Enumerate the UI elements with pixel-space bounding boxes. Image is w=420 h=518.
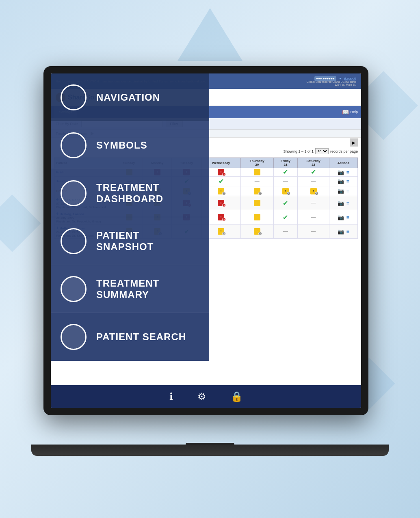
flag-cell: ! 3 bbox=[218, 214, 224, 220]
flag-cell: ! 3 bbox=[218, 200, 224, 206]
menu-item-symbols[interactable]: SYMBOLS bbox=[51, 121, 209, 169]
day-cell-thu: ! bbox=[240, 196, 273, 210]
logout-link[interactable]: (Logout) bbox=[344, 77, 356, 80]
day-cell-thu: ! bbox=[240, 168, 273, 177]
details-icon[interactable]: ≡ bbox=[346, 200, 350, 206]
clinic-address: 1234 W. Main St. bbox=[306, 83, 356, 86]
menu-label-patient-search: PATIENT SEARCH bbox=[96, 331, 186, 343]
camera-icon[interactable]: 📷 bbox=[338, 169, 344, 175]
day-cell-thu: ! 2 bbox=[240, 224, 273, 239]
camera-icon[interactable]: 📷 bbox=[338, 188, 344, 194]
menu-circle-navigation bbox=[61, 84, 87, 110]
actions-cell: 📷 ≡ bbox=[329, 168, 358, 177]
details-icon[interactable]: ≡ bbox=[346, 229, 350, 235]
help-book-icon[interactable]: 📖 Help bbox=[342, 109, 358, 115]
lock-icon[interactable]: 🔒 bbox=[231, 391, 243, 402]
details-icon[interactable]: ≡ bbox=[346, 188, 350, 194]
user-name: ●●● ●●●●●● bbox=[314, 76, 336, 81]
menu-item-navigation[interactable]: NAVIGATION bbox=[51, 73, 209, 121]
records-per-page-label: records per page bbox=[330, 149, 358, 153]
day-cell-sat: — bbox=[298, 210, 329, 224]
menu-label-navigation: NAVIGATION bbox=[96, 92, 160, 103]
menu-item-treatment-summary[interactable]: TREATMENT SUMMARY bbox=[51, 265, 209, 313]
laptop-base bbox=[31, 445, 389, 456]
camera-icon[interactable]: 📷 bbox=[338, 200, 344, 206]
menu-label-symbols: SYMBOLS bbox=[96, 140, 147, 151]
flag-cell: ! 2 bbox=[218, 228, 224, 235]
day-cell-fri: ✔ bbox=[273, 168, 297, 177]
records-showing-text: Showing 1 – 1 of 1 bbox=[283, 149, 314, 153]
flag-cell: ! 2 bbox=[218, 188, 224, 194]
laptop-bezel: Not for human use. CAUTION Investigation… bbox=[43, 66, 368, 415]
day-cell-thu: — bbox=[240, 177, 273, 186]
day-cell-fri: ✔ bbox=[273, 196, 297, 210]
col-friday: Friday21 bbox=[273, 158, 297, 168]
day-cell-thu: ! 2 bbox=[240, 186, 273, 196]
day-cell-sat: — bbox=[298, 177, 329, 186]
menu-circle-treatment-dashboard bbox=[61, 180, 87, 206]
details-icon[interactable]: ≡ bbox=[346, 214, 350, 220]
col-thursday: Thursday20 bbox=[240, 158, 273, 168]
camera-icon[interactable]: 📷 bbox=[338, 178, 344, 184]
menu-label-patient-snapshot: PATIENT SNAPSHOT bbox=[96, 230, 199, 253]
laptop-screen: Not for human use. CAUTION Investigation… bbox=[51, 73, 361, 408]
camera-icon[interactable]: 📷 bbox=[338, 229, 344, 235]
day-cell-fri: — bbox=[273, 177, 297, 186]
screen-content: Not for human use. CAUTION Investigation… bbox=[51, 73, 361, 408]
records-per-page-select[interactable]: 10 25 50 bbox=[315, 148, 329, 154]
scroll-right-button[interactable]: ▶ bbox=[350, 138, 358, 147]
actions-cell: 📷 ≡ bbox=[329, 196, 358, 210]
camera-icon[interactable]: 📷 bbox=[338, 214, 344, 220]
day-cell-sat: ✔ bbox=[298, 168, 329, 177]
flag-cell: ! 2 bbox=[254, 228, 260, 235]
flag-cell: ! 2 bbox=[282, 188, 289, 194]
menu-label-treatment-summary: TREATMENT SUMMARY bbox=[96, 278, 199, 300]
actions-cell: 📷 ≡ bbox=[329, 210, 358, 224]
col-saturday: Saturday22 bbox=[298, 158, 329, 168]
day-cell-sat: ! 2 bbox=[298, 186, 329, 196]
actions-cell: 📷 ≡ bbox=[329, 224, 358, 239]
menu-item-patient-search[interactable]: PATIENT SEARCH bbox=[51, 313, 209, 361]
flag-red-badge: ! 2 bbox=[218, 169, 224, 175]
menu-item-patient-snapshot[interactable]: PATIENT SNAPSHOT bbox=[51, 217, 209, 265]
flag-cell: ! 2 bbox=[254, 188, 260, 194]
flag-cell: ! 2 bbox=[310, 188, 317, 194]
day-cell-sat: — bbox=[298, 224, 329, 239]
day-cell-fri: ! 2 bbox=[273, 186, 297, 196]
overlay-menu: NAVIGATION SYMBOLS TREATMENT DASHBOARD bbox=[51, 73, 209, 408]
details-icon[interactable]: ≡ bbox=[346, 178, 350, 184]
day-cell-sat: — bbox=[298, 196, 329, 210]
menu-item-treatment-dashboard[interactable]: TREATMENT DASHBOARD bbox=[51, 169, 209, 217]
nav-icons: 📖 Help bbox=[342, 106, 358, 118]
actions-cell: 📷 ≡ bbox=[329, 186, 358, 196]
menu-circle-treatment-summary bbox=[61, 276, 87, 302]
menu-circle-symbols bbox=[61, 132, 87, 158]
day-cell-fri: — bbox=[273, 224, 297, 239]
menu-label-treatment-dashboard: TREATMENT DASHBOARD bbox=[96, 182, 199, 205]
day-cell-fri: ✔ bbox=[273, 210, 297, 224]
menu-circle-patient-search bbox=[61, 324, 87, 350]
col-actions: Actions bbox=[329, 158, 358, 168]
actions-cell: 📷 ≡ bbox=[329, 177, 358, 186]
clinic-name: Global Sharesource Claria DEMO clinic bbox=[306, 80, 356, 83]
menu-circle-patient-snapshot bbox=[61, 228, 87, 254]
details-icon[interactable]: ≡ bbox=[346, 169, 350, 175]
day-cell-thu: ! bbox=[240, 210, 273, 224]
